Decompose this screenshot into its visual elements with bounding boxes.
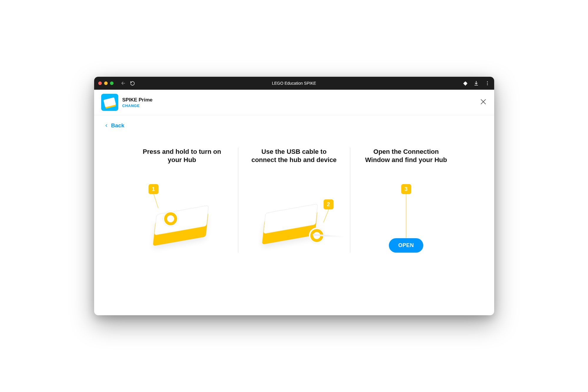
- step-1-title: Press and hold to turn on your Hub: [137, 148, 227, 172]
- back-label: Back: [111, 122, 124, 129]
- step-3-title: Open the Connection Window and find your…: [361, 148, 452, 172]
- hub-icon: [103, 97, 116, 107]
- window-controls: [98, 81, 114, 85]
- app-window: LEGO Education SPIKE SPIKE Prime CHANGE: [94, 77, 494, 315]
- content-area: Back Press and hold to turn on your Hub …: [94, 115, 494, 315]
- svg-point-1: [487, 83, 488, 84]
- open-connection-button[interactable]: OPEN: [389, 238, 423, 253]
- step-2-title: Use the USB cable to connect the hub and…: [249, 148, 339, 172]
- hub-illustration-usb: [263, 203, 322, 244]
- nav-back-icon[interactable]: [121, 81, 126, 86]
- step-1: Press and hold to turn on your Hub 1: [126, 148, 238, 253]
- window-title: LEGO Education SPIKE: [94, 81, 494, 86]
- product-name: SPIKE Prime: [122, 97, 153, 103]
- nav-controls: [121, 81, 135, 86]
- kebab-menu-icon[interactable]: [485, 81, 490, 86]
- window-close-button[interactable]: [98, 81, 102, 85]
- reload-icon[interactable]: [130, 81, 135, 86]
- product-meta: SPIKE Prime CHANGE: [122, 97, 153, 108]
- step-3-badge: 3: [401, 184, 411, 194]
- step-3: Open the Connection Window and find your…: [350, 148, 462, 253]
- steps-row: Press and hold to turn on your Hub 1 Use…: [105, 148, 484, 253]
- callout-line: [406, 194, 406, 238]
- step-2-body: 2: [249, 184, 339, 252]
- step-2-badge: 2: [324, 199, 334, 209]
- close-button[interactable]: [479, 98, 487, 107]
- svg-point-0: [487, 81, 488, 82]
- titlebar: LEGO Education SPIKE: [94, 77, 494, 90]
- step-3-body: 3 OPEN: [361, 184, 452, 253]
- titlebar-right: [462, 81, 490, 86]
- product-icon: [101, 94, 118, 111]
- svg-point-2: [487, 84, 488, 85]
- step-2: Use the USB cable to connect the hub and…: [238, 148, 350, 253]
- callout-line: [323, 209, 329, 223]
- window-minimize-button[interactable]: [104, 81, 108, 85]
- chevron-left-icon: [105, 123, 108, 128]
- extensions-icon[interactable]: [462, 81, 468, 86]
- change-product-link[interactable]: CHANGE: [122, 104, 153, 108]
- window-zoom-button[interactable]: [110, 81, 114, 85]
- download-icon[interactable]: [474, 81, 479, 86]
- step-1-body: 1: [137, 184, 227, 252]
- back-link[interactable]: Back: [105, 121, 124, 136]
- app-header: SPIKE Prime CHANGE: [94, 90, 494, 115]
- hub-illustration: [154, 205, 213, 246]
- power-button-highlight: [164, 212, 177, 225]
- step-1-badge: 1: [149, 184, 159, 194]
